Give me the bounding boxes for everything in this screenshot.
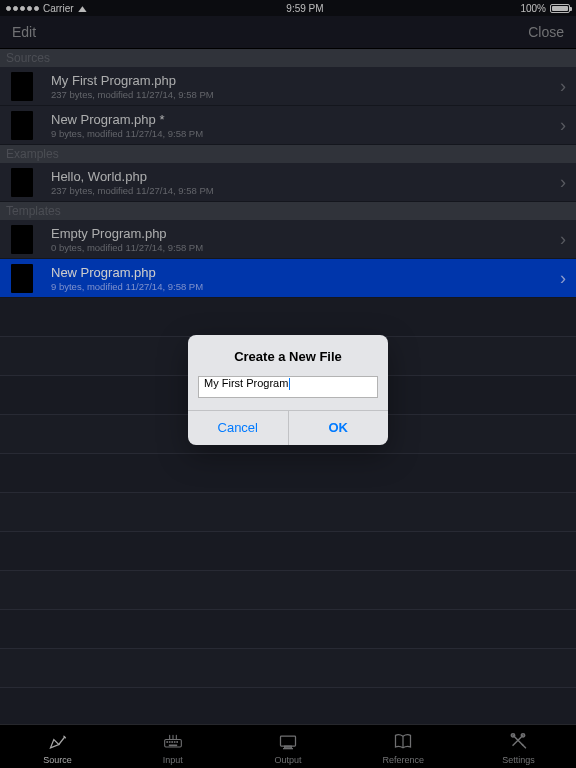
modal-overlay: Create a New File My First Program Cance… <box>0 0 576 768</box>
text-caret-icon <box>289 378 290 390</box>
cancel-button[interactable]: Cancel <box>188 411 288 445</box>
dialog-title: Create a New File <box>188 335 388 376</box>
filename-input[interactable]: My First Program <box>198 376 378 398</box>
filename-input-value: My First Program <box>204 377 288 389</box>
create-file-dialog: Create a New File My First Program Cance… <box>188 335 388 445</box>
ok-button[interactable]: OK <box>288 411 389 445</box>
